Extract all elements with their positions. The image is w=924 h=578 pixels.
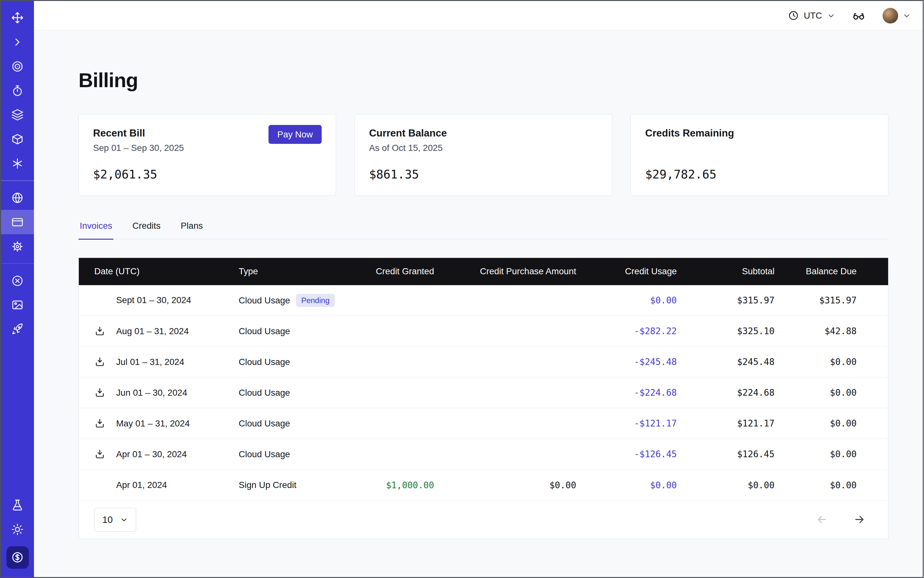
gear-icon[interactable] (1, 234, 34, 258)
column-header-credit-purchase: Credit Purchase Amount (434, 266, 576, 276)
recent-bill-card: Recent Bill Sep 01 – Sep 30, 2025 Pay No… (78, 114, 336, 196)
download-invoice-button[interactable] (94, 418, 116, 429)
sidebar-divider (1, 180, 34, 181)
billing-period: Sep 01 – Sep 30, 2025 (93, 143, 184, 153)
timezone-label: UTC (804, 11, 822, 21)
circle-x-icon[interactable] (1, 268, 34, 293)
credit-card-icon (11, 216, 24, 229)
prev-page-button[interactable] (816, 513, 828, 526)
credit-usage: $0.00 (576, 480, 677, 490)
summary-cards: Recent Bill Sep 01 – Sep 30, 2025 Pay No… (78, 114, 888, 196)
app-window: UTC Billing Recent Bill Sep 01 – Sep 30,… (0, 0, 924, 578)
sidebar-item-billing[interactable] (1, 210, 34, 234)
table-row: Apr 01, 2024 Sign Up Credit $1,000.00 $0… (79, 470, 888, 501)
billing-page: Billing Recent Bill Sep 01 – Sep 30, 202… (34, 31, 922, 577)
column-header-type: Type (239, 266, 345, 276)
credit-purchase-amount: $0.00 (434, 480, 576, 490)
collapse-sidebar-button[interactable] (1, 30, 34, 54)
card-title: Recent Bill (93, 128, 184, 139)
balance-due: $42.88 (775, 326, 888, 336)
credit-usage: -$282.22 (576, 326, 677, 336)
column-header-date: Date (UTC) (79, 266, 239, 276)
account-menu[interactable] (882, 8, 911, 24)
table-row: Aug 01 – 31, 2024 Cloud Usage -$282.22 $… (79, 316, 888, 347)
page-size-value: 10 (102, 514, 113, 525)
invoice-type: Sign Up Credit (239, 480, 296, 490)
subtotal: $325.10 (677, 326, 775, 336)
invoice-type: Cloud Usage (239, 388, 290, 398)
balance-due: $0.00 (775, 387, 888, 398)
tab-credits[interactable]: Credits (132, 221, 162, 239)
rocket-icon[interactable] (1, 317, 34, 341)
credit-usage: -$245.48 (576, 357, 677, 367)
dollar-circle-icon[interactable] (6, 546, 29, 569)
subtotal: $121.17 (677, 418, 775, 429)
download-invoice-button[interactable] (94, 448, 116, 460)
sun-icon[interactable] (1, 517, 34, 541)
table-row: Apr 01 – 30, 2024 Cloud Usage -$126.45 $… (79, 439, 888, 470)
pay-now-button[interactable]: Pay Now (268, 125, 322, 144)
download-icon (94, 448, 106, 460)
credits-remaining-card: Credits Remaining $29,782.65 (630, 114, 888, 196)
subtotal: $0.00 (677, 480, 775, 490)
download-icon (94, 356, 106, 367)
balance-as-of: As of Oct 15, 2025 (369, 143, 447, 153)
download-invoice-button[interactable] (94, 387, 116, 398)
download-icon (94, 418, 106, 429)
chevron-down-icon (903, 11, 911, 20)
subtotal: $224.68 (677, 387, 775, 398)
image-icon[interactable] (1, 293, 34, 317)
page-title: Billing (78, 68, 888, 92)
tab-invoices[interactable]: Invoices (78, 221, 114, 240)
credit-usage: -$224.68 (576, 387, 677, 398)
arrow-left-icon (816, 513, 828, 526)
current-balance-card: Current Balance As of Oct 15, 2025 $861.… (355, 114, 612, 196)
invoices-table: Date (UTC) Type Credit Granted Credit Pu… (78, 258, 888, 539)
invoice-date: Jun 01 – 30, 2024 (116, 388, 187, 398)
balance-due: $0.00 (775, 418, 888, 429)
status-badge: Pending (296, 294, 335, 307)
invoice-date: Aug 01 – 31, 2024 (116, 326, 189, 336)
table-footer: 10 (79, 501, 888, 539)
avatar (882, 8, 898, 24)
layers-icon[interactable] (1, 103, 34, 127)
flask-icon[interactable] (1, 493, 34, 517)
download-invoice-button[interactable] (94, 356, 116, 367)
asterisk-icon[interactable] (1, 151, 34, 175)
balance-due: $0.00 (775, 357, 888, 367)
column-header-credit-usage: Credit Usage (576, 266, 677, 276)
invoice-date: Jul 01 – 31, 2024 (116, 357, 185, 367)
invoice-date: Apr 01, 2024 (116, 480, 167, 490)
credit-usage: -$121.17 (576, 418, 677, 429)
download-invoice-button[interactable] (94, 326, 116, 337)
credit-granted: $1,000.00 (345, 480, 434, 490)
radar-icon[interactable] (1, 54, 34, 78)
invoice-date: Sept 01 – 30, 2024 (116, 295, 191, 305)
invoice-type: Cloud Usage (239, 419, 290, 429)
invoice-date: Apr 01 – 30, 2024 (116, 449, 187, 459)
invoice-date: May 01 – 31, 2024 (116, 419, 190, 429)
subtotal: $315.97 (677, 295, 775, 306)
column-header-credit-granted: Credit Granted (345, 266, 434, 276)
timezone-selector[interactable]: UTC (788, 10, 835, 21)
download-icon (94, 387, 106, 398)
sidebar (1, 1, 34, 577)
clock-icon (788, 10, 799, 21)
invoice-type: Cloud Usage (239, 326, 290, 336)
globe-icon[interactable] (1, 186, 34, 210)
page-size-select[interactable]: 10 (94, 508, 136, 531)
balance-due: $0.00 (775, 449, 888, 459)
chevron-down-icon (827, 11, 835, 20)
glasses-icon[interactable] (852, 9, 866, 23)
current-balance-amount: $861.35 (369, 167, 419, 181)
tab-plans[interactable]: Plans (179, 221, 204, 239)
topbar: UTC (34, 1, 922, 31)
arrow-right-icon (853, 513, 866, 526)
next-page-button[interactable] (853, 513, 866, 526)
stopwatch-icon[interactable] (1, 78, 34, 103)
subtotal: $126.45 (677, 449, 775, 459)
download-icon (94, 326, 106, 337)
package-icon[interactable] (1, 127, 34, 151)
sidebar-divider (1, 263, 34, 264)
compass-icon[interactable] (1, 6, 34, 30)
